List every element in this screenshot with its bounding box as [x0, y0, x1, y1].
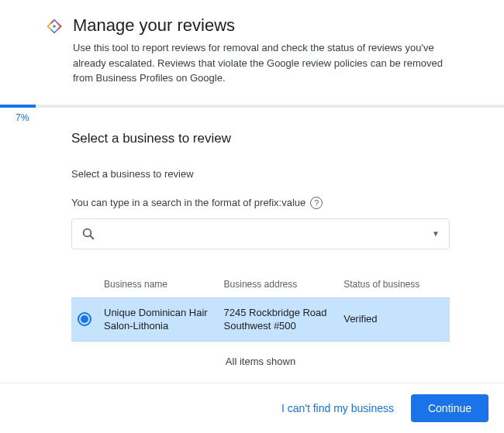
col-name: Business name [104, 279, 224, 290]
business-table: Business name Business address Status of… [71, 279, 450, 367]
cant-find-button[interactable]: I can't find my business [281, 402, 394, 414]
table-row[interactable]: Unique Dominican Hair Salon-Lithonia 724… [71, 297, 450, 342]
page-title: Manage your reviews [73, 15, 457, 36]
progress-fill [0, 105, 36, 108]
section-subtitle: Select a business to review [71, 168, 450, 180]
search-box[interactable]: ▼ [71, 218, 450, 249]
col-status: Status of business [343, 279, 444, 290]
progress-label: 7% [16, 112, 29, 123]
svg-point-3 [53, 25, 56, 28]
google-logo-icon [47, 19, 62, 37]
row-name: Unique Dominican Hair Salon-Lithonia [104, 306, 224, 333]
row-address: 7245 Rockbridge Road Southwest #500 [224, 306, 344, 333]
help-icon[interactable]: ? [310, 197, 323, 209]
page-subtitle: Use this tool to report reviews for remo… [73, 40, 457, 86]
section-title: Select a business to review [71, 131, 450, 146]
search-hint: You can type in a search in the format o… [71, 197, 306, 208]
search-hint-row: You can type in a search in the format o… [71, 197, 450, 209]
col-address: Business address [224, 279, 344, 290]
search-input[interactable] [103, 228, 424, 240]
main-content: Select a business to review Select a bus… [0, 108, 504, 367]
dropdown-caret-icon[interactable]: ▼ [432, 229, 440, 238]
svg-line-5 [90, 235, 94, 239]
search-icon [81, 227, 95, 241]
page-footer: I can't find my business Continue [0, 383, 504, 433]
continue-button[interactable]: Continue [411, 394, 488, 422]
all-items-label: All items shown [71, 356, 450, 367]
progress-bar: 7% [0, 105, 504, 108]
table-header: Business name Business address Status of… [71, 279, 450, 297]
svg-point-4 [84, 229, 91, 236]
row-status: Verified [343, 312, 444, 326]
page-header: Manage your reviews Use this tool to rep… [0, 0, 504, 94]
row-radio[interactable] [78, 312, 91, 326]
